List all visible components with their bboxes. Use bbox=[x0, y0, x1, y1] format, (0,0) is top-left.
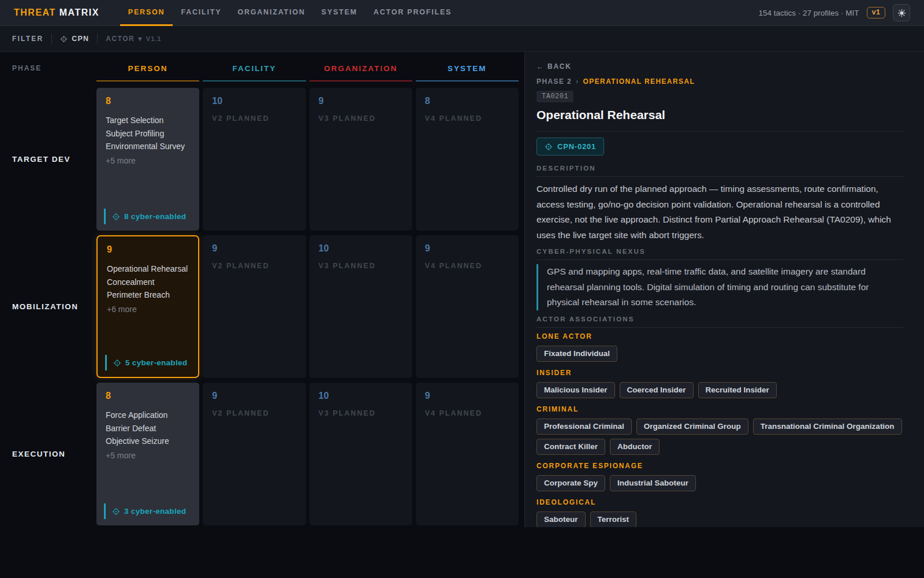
association-category-label: LONE ACTOR bbox=[536, 332, 903, 340]
association-tag-row: Corporate SpyIndustrial Saboteur bbox=[536, 475, 903, 491]
back-button[interactable]: ← BACK bbox=[536, 62, 903, 71]
crosshair-icon bbox=[112, 507, 120, 516]
actor-version-label: V1.1 bbox=[146, 35, 162, 42]
association-tag-row: Fixated Individual bbox=[536, 346, 903, 362]
cpn-badge[interactable]: CPN-0201 bbox=[536, 138, 604, 155]
threat-matrix: PHASE PERSONFACILITYORGANIZATIONSYSTEM T… bbox=[0, 52, 524, 527]
version-badge[interactable]: v1 bbox=[867, 7, 885, 18]
cell-tactic-item[interactable]: Force Application bbox=[106, 409, 190, 422]
cell-planned-label: V4 PLANNED bbox=[425, 262, 509, 270]
phase-label-target-dev: TARGET DEV bbox=[0, 88, 93, 231]
actor-tag[interactable]: Transnational Criminal Organization bbox=[753, 418, 902, 435]
cell-tactic-item[interactable]: Barrier Defeat bbox=[106, 422, 190, 435]
matrix-cell-facility-planned: 9V2 PLANNED bbox=[203, 235, 305, 378]
matrix-column-header-facility[interactable]: FACILITY bbox=[203, 52, 305, 88]
main-nav-tabs: PERSONFACILITYORGANIZATIONSYSTEMACTOR PR… bbox=[120, 0, 460, 26]
cell-more-label[interactable]: +5 more bbox=[106, 154, 190, 168]
stats-text: 154 tactics · 27 profiles · MIT bbox=[759, 9, 859, 17]
cell-tactic-item[interactable]: Environmental Survey bbox=[106, 140, 190, 153]
matrix-cell-organization-planned: 10V3 PLANNED bbox=[310, 383, 412, 525]
actor-tag[interactable]: Organized Criminal Group bbox=[636, 418, 748, 435]
matrix-cell-person[interactable]: 8Force ApplicationBarrier DefeatObjectiv… bbox=[96, 383, 199, 525]
actor-tag[interactable]: Recruited Insider bbox=[698, 382, 777, 398]
cell-planned-label: V3 PLANNED bbox=[319, 409, 403, 417]
cyber-enabled-label: 5 cyber-enabled bbox=[125, 358, 187, 367]
crosshair-icon bbox=[60, 35, 68, 43]
sun-icon bbox=[897, 9, 906, 17]
cyber-enabled-footer: 8 cyber-enabled bbox=[104, 209, 186, 224]
actor-version-dropdown[interactable]: ACTOR ▾ V1.1 bbox=[106, 35, 161, 43]
matrix-cell-organization-planned: 9V3 PLANNED bbox=[310, 88, 412, 231]
actor-tag[interactable]: Contract Killer bbox=[536, 439, 605, 455]
nav-right-group: 154 tactics · 27 profiles · MIT v1 bbox=[759, 4, 910, 21]
associations-label: ACTOR ASSOCIATIONS bbox=[536, 316, 903, 328]
cell-count: 9 bbox=[425, 243, 509, 254]
actor-tag[interactable]: Abductor bbox=[610, 439, 660, 455]
matrix-column-header-system[interactable]: SYSTEM bbox=[416, 52, 519, 88]
breadcrumb-separator: › bbox=[576, 77, 579, 86]
breadcrumb: PHASE 2›OPERATIONAL REHEARSAL bbox=[536, 77, 903, 86]
cell-tactic-item[interactable]: Target Selection bbox=[106, 114, 190, 127]
actor-tag[interactable]: Corporate Spy bbox=[536, 475, 605, 491]
filter-bar: FILTER CPN ACTOR ▾ V1.1 bbox=[0, 26, 924, 52]
breadcrumb-tactic: OPERATIONAL REHEARSAL bbox=[583, 77, 695, 86]
cell-tactic-item[interactable]: Subject Profiling bbox=[106, 127, 190, 140]
actor-tag[interactable]: Terrorist bbox=[590, 512, 637, 528]
nav-tab-actor-profiles[interactable]: ACTOR PROFILES bbox=[366, 0, 460, 26]
app-brand: THREAT MATRIX bbox=[14, 8, 99, 18]
cyber-enabled-bar bbox=[104, 209, 106, 224]
cell-tactic-item[interactable]: Perimeter Breach bbox=[107, 288, 189, 302]
cell-count: 10 bbox=[319, 243, 403, 254]
cell-count: 10 bbox=[212, 95, 296, 107]
cell-tactic-list: Force ApplicationBarrier DefeatObjective… bbox=[106, 409, 190, 462]
association-tag-row: Malicious InsiderCoerced InsiderRecruite… bbox=[536, 382, 903, 398]
cpn-filter-chip[interactable]: CPN bbox=[60, 35, 89, 43]
matrix-cell-system-planned: 9V4 PLANNED bbox=[416, 235, 519, 378]
actor-tag[interactable]: Malicious Insider bbox=[536, 382, 615, 398]
actor-tag[interactable]: Coerced Insider bbox=[620, 382, 694, 398]
nav-tab-system[interactable]: SYSTEM bbox=[314, 0, 366, 26]
actor-tag[interactable]: Professional Criminal bbox=[536, 418, 632, 435]
filter-label: FILTER bbox=[12, 35, 43, 43]
cell-more-label[interactable]: +6 more bbox=[107, 303, 189, 316]
cyber-enabled-bar bbox=[104, 503, 106, 519]
association-tag-row: SaboteurTerrorist bbox=[536, 512, 903, 528]
cell-tactic-item[interactable]: Concealment bbox=[107, 276, 189, 289]
crosshair-icon bbox=[113, 359, 121, 367]
matrix-column-underline bbox=[203, 80, 305, 81]
cell-tactic-item[interactable]: Objective Seizure bbox=[106, 435, 190, 448]
actor-tag[interactable]: Fixated Individual bbox=[536, 346, 617, 362]
matrix-column-header-organization[interactable]: ORGANIZATION bbox=[310, 52, 412, 88]
matrix-column-label: FACILITY bbox=[232, 64, 276, 73]
matrix-column-label: PERSON bbox=[128, 64, 168, 73]
association-group-lone-actor: LONE ACTORFixated Individual bbox=[536, 332, 903, 362]
nav-tab-organization[interactable]: ORGANIZATION bbox=[229, 0, 313, 26]
tactic-title: Operational Rehearsal bbox=[536, 108, 903, 122]
phase-column-header: PHASE bbox=[0, 52, 93, 88]
cell-count: 8 bbox=[425, 95, 509, 107]
nav-tab-facility[interactable]: FACILITY bbox=[173, 0, 229, 26]
detail-panel: ← BACK PHASE 2›OPERATIONAL REHEARSAL TA0… bbox=[524, 52, 924, 527]
matrix-cell-person[interactable]: 8Target SelectionSubject ProfilingEnviro… bbox=[96, 88, 199, 231]
cell-more-label[interactable]: +5 more bbox=[106, 449, 190, 462]
cell-planned-label: V2 PLANNED bbox=[212, 409, 296, 417]
brand-secondary: MATRIX bbox=[59, 8, 99, 18]
nexus-label: CYBER-PHYSICAL NEXUS bbox=[536, 248, 903, 260]
nav-tab-person[interactable]: PERSON bbox=[120, 0, 173, 26]
cell-count: 9 bbox=[212, 390, 296, 402]
actor-tag[interactable]: Industrial Saboteur bbox=[610, 475, 696, 491]
matrix-cell-person-selected[interactable]: 9Operational RehearsalConcealmentPerimet… bbox=[96, 235, 199, 378]
theme-toggle-button[interactable] bbox=[893, 4, 910, 21]
cell-planned-label: V3 PLANNED bbox=[319, 114, 403, 123]
brand-primary: THREAT bbox=[14, 8, 56, 18]
nexus-text: GPS and mapping apps, real-time traffic … bbox=[536, 264, 903, 310]
cell-tactic-item[interactable]: Operational Rehearsal bbox=[107, 262, 189, 276]
actor-dropdown-label: ACTOR bbox=[106, 35, 135, 43]
matrix-column-label: ORGANIZATION bbox=[324, 64, 397, 73]
matrix-column-header-person[interactable]: PERSON bbox=[96, 52, 199, 88]
association-group-ideological: IDEOLOGICALSaboteurTerrorist bbox=[536, 498, 903, 528]
matrix-column-label: SYSTEM bbox=[448, 64, 487, 73]
divider bbox=[51, 34, 52, 44]
actor-tag[interactable]: Saboteur bbox=[536, 512, 586, 528]
cell-planned-label: V2 PLANNED bbox=[212, 114, 296, 123]
